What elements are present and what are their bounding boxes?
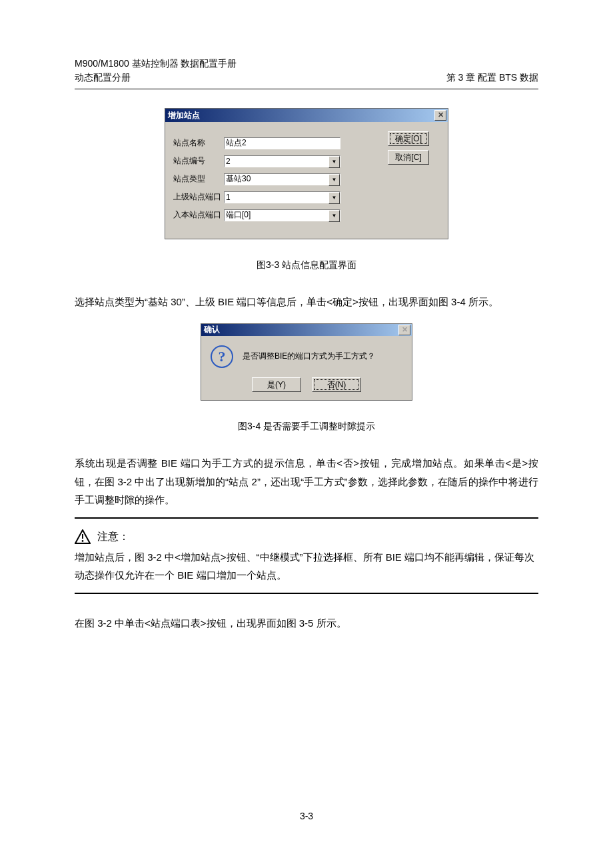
paragraph-1: 选择站点类型为“基站 30”、上级 BIE 端口等信息后，单击<确定>按钮，出现… xyxy=(75,293,538,311)
chevron-down-icon[interactable]: ▼ xyxy=(328,192,340,204)
warning-icon xyxy=(75,529,91,544)
chevron-down-icon[interactable]: ▼ xyxy=(328,210,340,222)
question-icon: ? xyxy=(211,345,233,368)
dialog-titlebar[interactable]: 增加站点 ✕ xyxy=(165,109,448,122)
header-right: 第 3 章 配置 BTS 数据 xyxy=(446,71,538,85)
divider xyxy=(75,517,538,519)
site-name-label: 站点名称 xyxy=(173,137,224,149)
document-page: M900/M1800 基站控制器 数据配置手册 动态配置分册 第 3 章 配置 … xyxy=(0,0,613,868)
svg-point-2 xyxy=(82,540,84,542)
in-port-label: 入本站点端口 xyxy=(173,209,224,221)
paragraph-3: 在图 3-2 中单击<站点端口表>按钮，出现界面如图 3-5 所示。 xyxy=(75,614,538,633)
site-number-combo[interactable] xyxy=(224,155,340,167)
note-block: 注意： 增加站点后，图 3-2 中<增加站点>按钮、“中继模式”下拉选择框、所有… xyxy=(75,527,538,585)
dialog-title: 确认 xyxy=(203,324,398,335)
divider xyxy=(75,593,538,594)
form-area: 站点名称 站点编号 ▼ 站点类型 ▼ xyxy=(173,131,376,224)
site-type-label: 站点类型 xyxy=(173,173,224,185)
site-name-input[interactable] xyxy=(224,137,340,149)
note-title: 注意： xyxy=(97,527,129,547)
no-button[interactable]: 否(N) xyxy=(312,377,361,392)
ok-button[interactable]: 确定[O] xyxy=(388,131,429,146)
figure-3-4-caption: 图3-4 是否需要手工调整时隙提示 xyxy=(75,421,538,433)
chevron-down-icon[interactable]: ▼ xyxy=(328,174,340,186)
add-site-dialog: 增加站点 ✕ 站点名称 站点编号 ▼ xyxy=(165,108,448,239)
chevron-down-icon[interactable]: ▼ xyxy=(328,156,340,168)
close-icon[interactable]: ✕ xyxy=(398,325,410,335)
dialog-title: 增加站点 xyxy=(167,110,434,121)
in-port-combo[interactable] xyxy=(224,209,340,221)
close-icon[interactable]: ✕ xyxy=(434,110,446,121)
figure-3-3-caption: 图3-3 站点信息配置界面 xyxy=(75,259,538,271)
header-line1: M900/M1800 基站控制器 数据配置手册 xyxy=(75,57,538,71)
cancel-button[interactable]: 取消[C] xyxy=(388,150,429,165)
upper-port-label: 上级站点端口 xyxy=(173,191,224,203)
dialog-button-column: 确定[O] 取消[C] xyxy=(376,131,440,224)
paragraph-2: 系统出现是否调整 BIE 端口为手工方式的提示信息，单击<否>按钮，完成增加站点… xyxy=(75,454,538,509)
page-number: 3-3 xyxy=(0,811,613,821)
confirm-dialog: 确认 ✕ ? 是否调整BIE的端口方式为手工方式？ 是(Y) 否(N) xyxy=(201,323,412,401)
page-header: M900/M1800 基站控制器 数据配置手册 动态配置分册 第 3 章 配置 … xyxy=(75,57,538,89)
header-left: 动态配置分册 xyxy=(75,71,131,85)
yes-button[interactable]: 是(Y) xyxy=(252,377,301,392)
figure-3-4-wrapper: 确认 ✕ ? 是否调整BIE的端口方式为手工方式？ 是(Y) 否(N) xyxy=(75,323,538,401)
upper-port-combo[interactable] xyxy=(224,191,340,203)
note-text: 增加站点后，图 3-2 中<增加站点>按钮、“中继模式”下拉选择框、所有 BIE… xyxy=(75,548,538,585)
site-number-label: 站点编号 xyxy=(173,155,224,167)
site-type-combo[interactable] xyxy=(224,173,340,185)
figure-3-3-wrapper: 增加站点 ✕ 站点名称 站点编号 ▼ xyxy=(75,108,538,239)
confirm-message: 是否调整BIE的端口方式为手工方式？ xyxy=(243,351,375,362)
dialog-titlebar[interactable]: 确认 ✕ xyxy=(201,324,412,336)
